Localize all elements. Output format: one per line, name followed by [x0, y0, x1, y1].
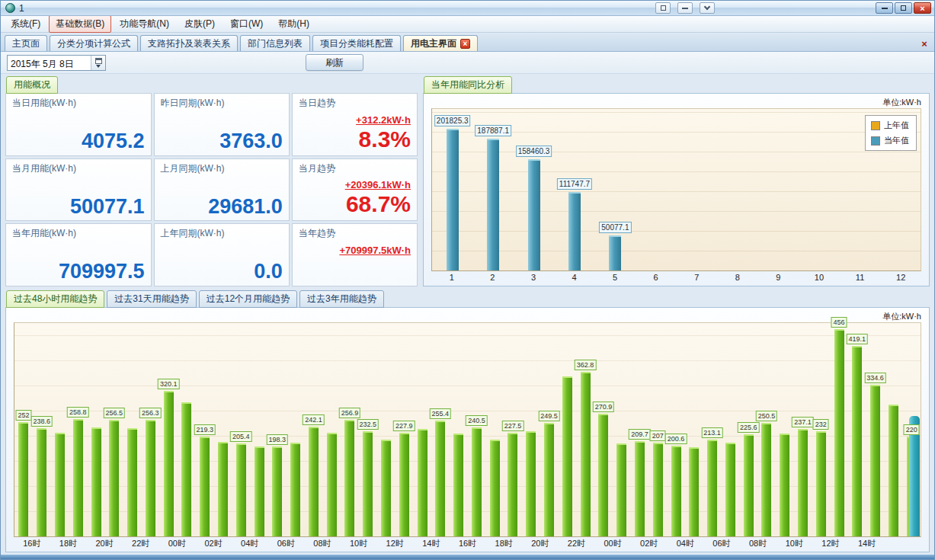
trend-bar-label: 232 — [813, 419, 829, 430]
trend-bar-slot — [250, 323, 268, 536]
maximize-window-button[interactable] — [895, 2, 912, 14]
trend-bar — [852, 346, 862, 536]
collapse-button[interactable] — [677, 2, 693, 14]
trend-bar-label: 213.1 — [701, 427, 723, 438]
trend-bar-slot — [885, 323, 903, 536]
yoy-bar — [609, 235, 621, 270]
card-header: 当日用能(kW·h) — [12, 97, 145, 110]
yoy-x-tick: 9 — [758, 271, 799, 284]
yoy-month-slot: 201825.3 — [432, 109, 472, 270]
trend-bar — [707, 440, 717, 536]
trend-bar-slot: 232 — [812, 323, 830, 536]
trend-bar-label: 232.5 — [357, 419, 379, 430]
trend-bar-label: 227.5 — [502, 421, 524, 431]
trend-x-tick: 16时 — [450, 537, 486, 550]
titlebar-mid-controls — [655, 2, 715, 14]
trend-bar — [562, 376, 572, 536]
card-delta: +20396.1kW·h — [299, 179, 411, 190]
trend-bar-slot — [377, 323, 395, 536]
trend-bar-slot: 225.6 — [739, 323, 757, 536]
yoy-x-tick: 11 — [840, 271, 881, 284]
menu-item[interactable]: 基础数据(B) — [49, 15, 111, 33]
date-picker[interactable]: 2015年 5月 8日 — [7, 55, 106, 71]
trend-bar — [327, 433, 337, 536]
trend-bar — [73, 419, 83, 536]
trend-bar — [798, 429, 808, 536]
trend-bar-slot: 256.9 — [341, 323, 359, 536]
document-tab[interactable]: 部门信息列表 — [240, 35, 310, 51]
menu-item[interactable]: 系统(F) — [4, 15, 47, 33]
tab-label: 支路拓扑及装表关系 — [148, 37, 230, 50]
trend-bar-label: 200.6 — [665, 434, 687, 444]
chart-legend: 上年值当年值 — [865, 115, 917, 151]
yoy-bar-label: 201825.3 — [434, 115, 471, 126]
more-dropdown-button[interactable] — [700, 2, 715, 14]
trend-bar-slot — [613, 323, 631, 536]
trend-tab[interactable]: 过去12个月用能趋势 — [199, 290, 297, 308]
title-bar[interactable]: 1 × — [1, 1, 934, 16]
calendar-dropdown-button[interactable] — [91, 56, 105, 70]
fullscreen-button[interactable] — [655, 2, 671, 14]
trend-bar — [55, 433, 65, 536]
menu-item[interactable]: 皮肤(P) — [178, 15, 222, 33]
trend-bar — [834, 329, 844, 536]
maximize-icon — [901, 5, 906, 11]
refresh-button[interactable]: 刷新 — [306, 54, 363, 71]
app-icon — [5, 3, 15, 13]
document-tab[interactable]: 主页面 — [5, 35, 47, 51]
trend-bar — [508, 433, 517, 536]
menu-item[interactable]: 帮助(H) — [271, 15, 316, 33]
trend-bar-slot: 256.3 — [141, 323, 159, 536]
menu-item[interactable]: 窗口(W) — [223, 15, 270, 33]
tab-close-icon[interactable]: × — [460, 39, 470, 49]
document-tab[interactable]: 项目分类能耗配置 — [312, 35, 401, 51]
trend-tab[interactable]: 过去3年用能趋势 — [299, 290, 384, 308]
trend-bar — [344, 420, 354, 536]
trend-tab[interactable]: 过去31天用能趋势 — [107, 290, 196, 308]
trend-x-tick: 12时 — [812, 537, 849, 550]
document-tab[interactable]: 用电主界面× — [403, 35, 478, 51]
trend-bar-slot: 198.3 — [268, 323, 287, 536]
minimize-window-button[interactable] — [876, 2, 893, 14]
menu-item[interactable]: 功能导航(N) — [113, 15, 176, 33]
trend-x-tick: 16时 — [14, 537, 50, 550]
trend-bar — [761, 423, 771, 536]
trend-bar-slot: 232.5 — [359, 323, 377, 536]
trend-x-tick: 00时 — [159, 537, 196, 550]
minimize-icon — [882, 8, 888, 9]
yoy-bar — [568, 192, 581, 270]
trend-bar — [490, 440, 500, 536]
trend-bar — [399, 433, 409, 536]
trend-tab[interactable]: 过去48小时用能趋势 — [6, 290, 104, 308]
overview-card: 当年趋势+709997.5kW·h — [292, 223, 418, 286]
trend-bar-label: 237.1 — [792, 417, 814, 427]
trend-bar-slot — [558, 323, 576, 536]
trend-bar — [181, 402, 191, 536]
trend-bar-slot: 227.5 — [504, 323, 522, 536]
trend-bar — [581, 372, 591, 536]
card-value: 29681.0 — [161, 196, 283, 219]
trend-bar-label: 362.8 — [575, 360, 597, 370]
trend-bar — [109, 420, 119, 536]
trend-bar-label: 219.3 — [194, 424, 216, 435]
tabstrip-close-icon[interactable]: × — [918, 37, 930, 51]
trend-x-tick: 22时 — [123, 537, 159, 550]
trend-bar — [37, 428, 46, 536]
fullscreen-icon — [661, 5, 666, 11]
document-tabstrip: 主页面分类分项计算公式支路拓扑及装表关系部门信息列表项目分类能耗配置用电主界面×… — [1, 33, 934, 52]
yoy-bars: 201825.3187887.1158460.3111747.750077.1 — [432, 109, 921, 270]
chevron-down-icon — [704, 4, 710, 10]
yoy-x-tick: 10 — [799, 271, 840, 284]
document-tab[interactable]: 分类分项计算公式 — [50, 35, 138, 51]
date-value[interactable]: 2015年 5月 8日 — [8, 56, 91, 70]
trend-x-tick: 02时 — [631, 537, 668, 550]
trend-x-tick: 14时 — [849, 537, 885, 550]
trend-bar-slot — [87, 323, 105, 536]
yoy-x-tick: 6 — [636, 271, 677, 284]
close-window-button[interactable]: × — [914, 2, 931, 14]
card-value: 3763.0 — [161, 130, 283, 153]
trend-bar-label: 207 — [650, 430, 666, 441]
card-header: 昨日同期(kW·h) — [161, 97, 283, 110]
yoy-bar — [447, 129, 459, 270]
document-tab[interactable]: 支路拓扑及装表关系 — [140, 35, 238, 51]
